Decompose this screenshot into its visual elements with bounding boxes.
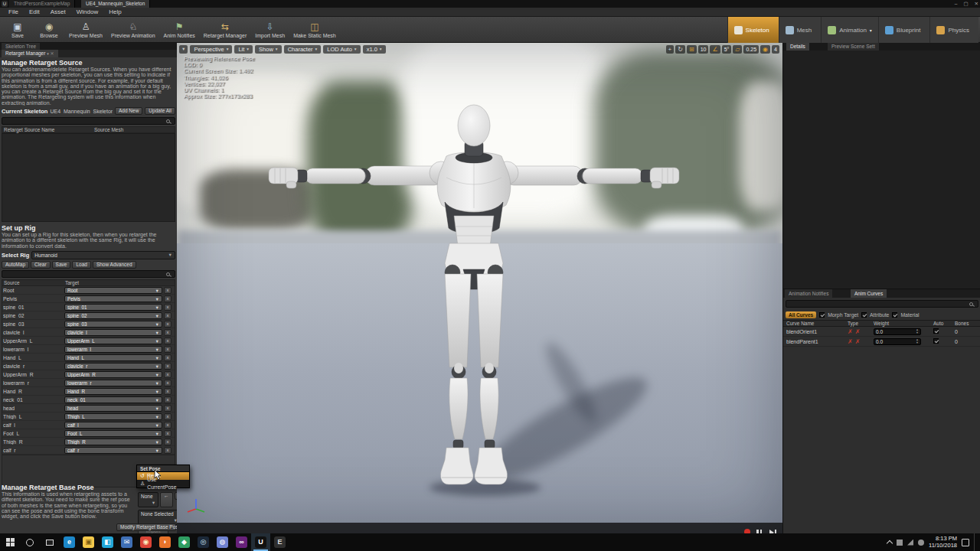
camera-speed-value[interactable]: 4: [772, 45, 779, 54]
taskbar-app-button[interactable]: ◎: [194, 533, 213, 551]
pause-button[interactable]: [756, 525, 763, 533]
menu-item[interactable]: Edit: [24, 8, 45, 17]
bone-target-dropdown[interactable]: Root ▼: [64, 287, 162, 294]
clear-mapping-button[interactable]: x: [164, 371, 172, 378]
viewport-options-button[interactable]: ▼: [179, 45, 188, 54]
task-view-button[interactable]: [40, 533, 60, 551]
clear-mapping-button[interactable]: x: [164, 439, 172, 445]
clear-mapping-button[interactable]: x: [164, 396, 172, 403]
viewport-dropdown-button[interactable]: LOD Auto ▾: [323, 45, 360, 54]
action-center-icon[interactable]: [962, 539, 969, 546]
bone-mapping-search-input[interactable]: [2, 270, 175, 278]
rig-action-button[interactable]: Save: [52, 261, 71, 269]
asset-tab-map[interactable]: ThirdPersonExampleMap: [9, 0, 75, 8]
bone-target-dropdown[interactable]: spine_01 ▼: [64, 304, 162, 311]
select-rig-dropdown[interactable]: Humanoid▼: [31, 251, 175, 259]
viewport-dropdown-button[interactable]: Perspective ▾: [190, 45, 232, 54]
clear-mapping-button[interactable]: x: [164, 329, 172, 336]
modify-retarget-base-pose-button[interactable]: Modify Retarget Base Pose: [116, 523, 176, 531]
asset-tab-skeleton[interactable]: UE4_Mannequin_Skeleton: [81, 0, 150, 8]
bone-target-dropdown[interactable]: neck_01 ▼: [64, 396, 162, 403]
step-forward-button[interactable]: [769, 525, 776, 533]
taskbar-app-button[interactable]: e: [60, 533, 79, 551]
context-menu-item-use-current-pose[interactable]: ♙ Use CurrentPose: [137, 480, 189, 487]
menu-item[interactable]: Asset: [45, 8, 71, 17]
auto-checkbox[interactable]: [933, 328, 939, 334]
tab-animation-notifies[interactable]: Animation Notifies: [785, 289, 832, 298]
bone-target-dropdown[interactable]: calf_r ▼: [64, 447, 162, 454]
clear-mapping-button[interactable]: x: [164, 346, 172, 353]
toolbar-button[interactable]: ⚑ Anim Notifies: [161, 18, 198, 42]
material-checkbox[interactable]: [892, 312, 897, 318]
clear-mapping-button[interactable]: x: [164, 422, 172, 429]
viewport-dropdown-button[interactable]: Character ▾: [284, 45, 322, 54]
menu-item[interactable]: Window: [71, 8, 103, 17]
camera-speed-icon[interactable]: ◉: [760, 45, 770, 54]
toolbar-button[interactable]: ◫ Make Static Mesh: [290, 18, 339, 42]
bone-target-dropdown[interactable]: UpperArm_L ▼: [64, 337, 162, 344]
bone-target-dropdown[interactable]: lowerarm_r ▼: [64, 380, 162, 386]
bone-target-dropdown[interactable]: head ▼: [64, 405, 162, 412]
clear-mapping-button[interactable]: x: [164, 405, 172, 412]
morph-target-checkbox[interactable]: [819, 312, 825, 318]
pose-back-button[interactable]: ←: [160, 492, 173, 507]
retarget-source-list[interactable]: [2, 133, 175, 222]
curve-row[interactable]: blendParent1 ✗✗ 0.0▲▼ 0: [783, 337, 980, 347]
clear-mapping-button[interactable]: x: [164, 354, 172, 361]
clear-mapping-button[interactable]: x: [164, 447, 172, 454]
bone-target-dropdown[interactable]: clavicle_r ▼: [64, 363, 162, 370]
clear-mapping-button[interactable]: x: [164, 388, 172, 395]
clear-mapping-button[interactable]: x: [164, 295, 172, 302]
clear-mapping-button[interactable]: x: [164, 430, 172, 437]
scale-snap-value[interactable]: 0.25: [743, 45, 759, 54]
tab-close-icon[interactable]: ✕: [51, 51, 54, 56]
bone-target-dropdown[interactable]: Thigh_R ▼: [64, 439, 162, 445]
pose-dropdown[interactable]: None▼: [138, 492, 158, 507]
add-new-button[interactable]: Add New: [115, 107, 142, 115]
rig-action-button[interactable]: AutoMap: [2, 261, 29, 269]
toolbar-button[interactable]: ◉ Browse: [34, 18, 64, 42]
tray-expand-icon[interactable]: [887, 540, 893, 546]
taskbar-app-button[interactable]: ✉: [117, 533, 136, 551]
auto-checkbox[interactable]: [933, 338, 939, 344]
taskbar-app-button[interactable]: ◉: [136, 533, 155, 551]
clear-mapping-button[interactable]: x: [164, 304, 172, 311]
bone-target-dropdown[interactable]: UpperArm_R ▼: [64, 371, 162, 378]
translate-gizmo-icon[interactable]: +: [666, 45, 675, 54]
minimize-button[interactable]: –: [955, 0, 958, 8]
taskbar-app-button[interactable]: U: [251, 533, 270, 551]
taskbar-app-button[interactable]: ◗: [155, 533, 175, 551]
viewport-dropdown-button[interactable]: Lit ▾: [234, 45, 253, 54]
viewport-dropdown-button[interactable]: x1.0 ▾: [363, 45, 386, 54]
rig-action-button[interactable]: Show Advanced: [93, 261, 136, 269]
mannequin-character[interactable]: [177, 43, 782, 533]
taskbar-clock[interactable]: 8:13 PM 11/10/2018: [929, 536, 957, 549]
tab-anim-curves[interactable]: Anim Curves: [851, 289, 887, 298]
tab-retarget-manager[interactable]: Retarget Manager ▾ ✕: [2, 50, 58, 57]
editor-mode-button[interactable]: Animation ▾: [821, 17, 878, 43]
taskbar-app-button[interactable]: ◆: [175, 533, 194, 551]
scale-snap-icon[interactable]: ▱: [733, 45, 742, 54]
rotate-gizmo-icon[interactable]: ↻: [675, 45, 685, 54]
curve-row[interactable]: blendOrient1 ✗✗ 0.0▲▼ 0: [783, 327, 980, 337]
clear-mapping-button[interactable]: x: [164, 380, 172, 386]
clear-mapping-button[interactable]: x: [164, 337, 172, 344]
grid-snap-value[interactable]: 10: [698, 45, 709, 54]
rig-action-button[interactable]: Clear: [31, 261, 51, 269]
toolbar-button[interactable]: ▣ Save: [3, 18, 32, 42]
volume-icon[interactable]: [918, 540, 924, 546]
curve-weight-input[interactable]: 0.0▲▼: [874, 328, 921, 335]
retarget-source-search-input[interactable]: [2, 117, 175, 125]
taskbar-app-button[interactable]: ▣: [79, 533, 98, 551]
editor-mode-button[interactable]: Physics: [929, 17, 978, 43]
tab-skeleton-tree[interactable]: Skeleton Tree: [2, 43, 40, 50]
clear-mapping-button[interactable]: x: [164, 413, 172, 420]
battery-icon[interactable]: [897, 540, 903, 546]
start-button[interactable]: [0, 533, 20, 551]
clear-mapping-button[interactable]: x: [164, 363, 172, 370]
bone-target-dropdown[interactable]: Hand_R ▼: [64, 388, 162, 395]
bone-target-dropdown[interactable]: Thigh_L ▼: [64, 413, 162, 420]
tab-details[interactable]: Details: [786, 43, 809, 51]
rotation-snap-value[interactable]: 5°: [722, 45, 732, 54]
menu-item[interactable]: File: [3, 8, 24, 17]
